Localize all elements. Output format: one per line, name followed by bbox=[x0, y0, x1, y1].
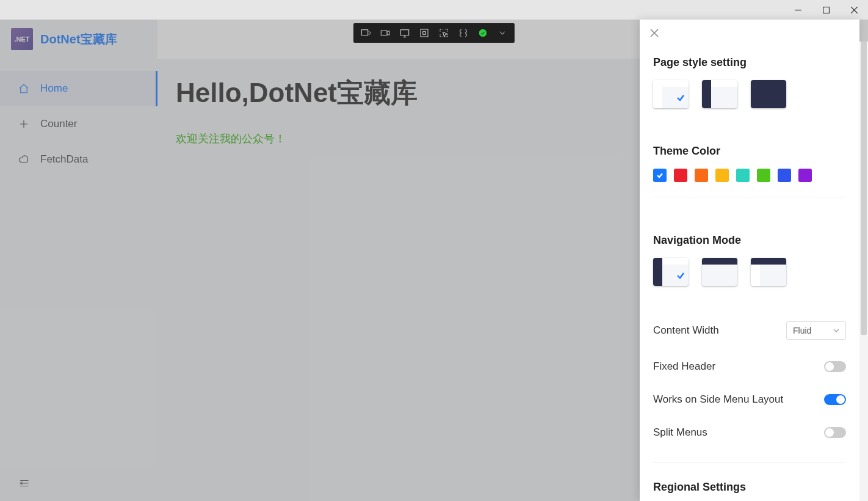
theme-swatch[interactable] bbox=[695, 169, 708, 182]
label-content-width: Content Width bbox=[653, 324, 719, 337]
side-menu-toggle[interactable] bbox=[824, 394, 846, 405]
nav-mode-mix[interactable] bbox=[751, 258, 786, 286]
window-close-button[interactable] bbox=[840, 0, 868, 20]
theme-swatch[interactable] bbox=[674, 169, 687, 182]
sidebar-item-label: FetchData bbox=[40, 153, 88, 166]
theme-swatch[interactable] bbox=[798, 169, 812, 182]
check-icon bbox=[676, 271, 685, 282]
sidebar: .NET DotNet宝藏库 Home Counter FetchData bbox=[0, 20, 157, 501]
select-value: Fluid bbox=[793, 326, 811, 335]
theme-swatch[interactable] bbox=[736, 169, 750, 182]
window-minimize-button[interactable] bbox=[784, 0, 812, 20]
sidebar-item-home[interactable]: Home bbox=[0, 71, 157, 106]
split-menus-toggle[interactable] bbox=[824, 427, 846, 438]
plus-icon bbox=[18, 119, 29, 130]
page-style-options bbox=[653, 80, 846, 108]
sidebar-nav: Home Counter FetchData bbox=[0, 59, 157, 468]
dbg-square-icon[interactable] bbox=[418, 27, 430, 39]
section-title-regional: Regional Settings bbox=[653, 481, 846, 494]
theme-swatch[interactable] bbox=[778, 169, 791, 182]
dbg-bracket-icon[interactable] bbox=[457, 27, 469, 39]
dbg-chevron-down-icon[interactable] bbox=[496, 27, 508, 39]
brand-logo: .NET bbox=[11, 28, 33, 50]
dbg-send-icon[interactable] bbox=[360, 27, 372, 39]
sidebar-item-label: Home bbox=[40, 82, 68, 95]
svg-rect-1 bbox=[361, 30, 368, 35]
nav-mode-top[interactable] bbox=[702, 258, 737, 286]
nav-mode-side[interactable] bbox=[653, 258, 689, 286]
window-titlebar bbox=[0, 0, 868, 20]
divider bbox=[653, 197, 846, 197]
page-style-light[interactable] bbox=[653, 80, 689, 108]
close-icon[interactable] bbox=[649, 28, 660, 39]
fixed-header-toggle[interactable] bbox=[824, 361, 846, 372]
page-style-dark[interactable] bbox=[751, 80, 786, 108]
sidebar-item-label: Counter bbox=[40, 118, 77, 130]
cloud-icon bbox=[18, 154, 29, 165]
debug-toolbar[interactable] bbox=[353, 23, 515, 43]
sidebar-item-fetchdata[interactable]: FetchData bbox=[0, 142, 157, 177]
theme-swatch[interactable] bbox=[757, 169, 770, 182]
section-title-page-style: Page style setting bbox=[653, 56, 846, 69]
nav-mode-options bbox=[653, 258, 846, 286]
sidebar-item-counter[interactable]: Counter bbox=[0, 106, 157, 142]
dbg-screen-icon[interactable] bbox=[399, 27, 411, 39]
page-style-mixed[interactable] bbox=[702, 80, 737, 108]
svg-rect-3 bbox=[400, 30, 409, 35]
svg-rect-2 bbox=[381, 31, 387, 35]
chevron-down-icon bbox=[833, 327, 839, 334]
dbg-select-icon[interactable] bbox=[438, 27, 450, 39]
svg-rect-0 bbox=[823, 7, 829, 13]
collapse-icon[interactable] bbox=[18, 479, 29, 490]
label-side-menu-layout: Works on Side Menu Layout bbox=[653, 393, 783, 406]
window-maximize-button[interactable] bbox=[812, 0, 840, 20]
scrollbar-thumb[interactable] bbox=[861, 42, 867, 335]
label-fixed-header: Fixed Header bbox=[653, 360, 715, 373]
svg-rect-4 bbox=[421, 29, 428, 37]
settings-drawer: Page style setting Theme Color Navigatio… bbox=[640, 20, 859, 501]
dbg-camera-icon[interactable] bbox=[379, 27, 391, 39]
brand-title: DotNet宝藏库 bbox=[40, 31, 117, 48]
theme-color-swatches bbox=[653, 169, 846, 182]
divider bbox=[653, 462, 846, 463]
brand: .NET DotNet宝藏库 bbox=[0, 20, 157, 59]
content-width-select[interactable]: Fluid bbox=[786, 321, 846, 340]
svg-point-6 bbox=[479, 29, 487, 37]
sidebar-footer bbox=[0, 468, 157, 501]
scrollbar[interactable] bbox=[859, 42, 868, 501]
check-icon bbox=[676, 93, 685, 104]
theme-swatch[interactable] bbox=[715, 169, 729, 182]
section-title-theme-color: Theme Color bbox=[653, 145, 846, 158]
theme-swatch[interactable] bbox=[653, 169, 667, 182]
svg-rect-5 bbox=[423, 32, 426, 35]
dbg-ok-icon[interactable] bbox=[477, 27, 489, 39]
home-icon bbox=[18, 83, 29, 94]
label-split-menus: Split Menus bbox=[653, 426, 707, 439]
section-title-nav-mode: Navigation Mode bbox=[653, 234, 846, 247]
